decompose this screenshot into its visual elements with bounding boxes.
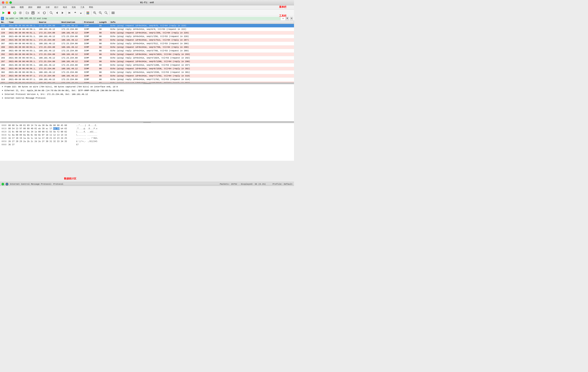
filter-dropdown-button[interactable]: ▼ (285, 17, 289, 20)
filter-clear-button[interactable]: ✕ (282, 17, 284, 20)
table-row[interactable]: 2872021-09-30 06:40:52.173955180.101.49.… (0, 42, 294, 45)
table-row[interactable]: 3142021-09-30 06:40:57.176837172.23.234.… (0, 74, 294, 78)
packet-cell: 319 (0, 78, 8, 81)
col-protocol: Protocol (83, 21, 98, 24)
first-packet-button[interactable] (73, 10, 78, 15)
packet-list[interactable]: No. Time Source Destination Protocol Len… (0, 21, 294, 83)
packet-cell: 172.23.234.80 (60, 28, 83, 31)
go-back-button[interactable] (54, 10, 60, 15)
save-file-button[interactable] (30, 10, 36, 15)
bytes-hex: 36 37 (8, 143, 76, 146)
start-capture-button[interactable] (1, 10, 6, 15)
bytes-offset: 0000 (1, 124, 8, 127)
bytes-row: 006036 37 67 (1, 143, 293, 146)
status-message: Internet Control Message Protocol: Proto… (10, 183, 63, 185)
svg-rect-6 (32, 13, 34, 14)
packet-cell: Echo (ping) request id=0x341e, seq=6/153… (109, 67, 294, 70)
goto-packet-button[interactable] (67, 10, 72, 15)
capture-options-button[interactable] (18, 10, 23, 15)
stop-capture-button[interactable] (6, 10, 12, 15)
packet-cell: 297 (0, 60, 8, 63)
menu-wireless[interactable]: 无线 (71, 5, 76, 9)
table-row[interactable]: 2862021-09-30 06:40:52.160392172.23.234.… (0, 38, 294, 42)
menu-view[interactable]: 视图 (19, 5, 24, 9)
packet-cell: ICMP (83, 78, 98, 81)
table-row[interactable]: 2932021-09-30 06:40:54.184790180.101.49.… (0, 56, 294, 60)
packet-cell: ICMP (83, 74, 98, 77)
menu-capture[interactable]: 捕获 (36, 5, 42, 9)
expand-icon[interactable]: ▶ (1, 89, 4, 92)
table-row[interactable]: 2232021-09-30 06:40:50.169138180.101.49.… (0, 28, 294, 31)
close-file-button[interactable] (36, 10, 41, 15)
table-row[interactable]: 2902021-09-30 06:40:53.179082180.101.49.… (0, 49, 294, 53)
table-row[interactable]: 2922021-09-30 06:40:54.164915172.23.234.… (0, 53, 294, 56)
menu-statistics[interactable]: 统计 (53, 5, 59, 9)
minimize-button[interactable] (6, 1, 8, 4)
zoom-in-button[interactable] (92, 10, 97, 15)
packet-cell: 98 (98, 60, 109, 63)
table-row[interactable]: 3012021-09-30 06:40:56.172740172.23.234.… (0, 67, 294, 71)
detail-row[interactable]: ▶Frame 222: 98 bytes on wire (784 bits),… (0, 85, 294, 89)
menu-file[interactable]: 文件 (1, 5, 7, 9)
table-row[interactable]: 2892021-09-30 06:40:53.164416172.23.234.… (0, 45, 294, 49)
table-row[interactable]: 3022021-09-30 06:40:56.187818180.101.49.… (0, 71, 294, 74)
zoom-reset-button[interactable] (104, 10, 109, 15)
expand-icon[interactable]: ▶ (1, 93, 4, 96)
toolbar-separator-6 (109, 11, 110, 15)
packets-container[interactable]: 2222021-09-30 06:40:50.154798172.23.234.… (0, 24, 294, 83)
svg-point-10 (50, 11, 52, 13)
packet-cell: 98 (98, 56, 109, 60)
maximize-button[interactable] (10, 1, 12, 4)
packet-cell: 98 (98, 78, 109, 81)
filter-input[interactable] (5, 17, 281, 20)
packet-cell: 2021-09-30 06:40:55.167643 (8, 60, 38, 63)
packet-cell: Echo (ping) request id=0x341e, seq=4/102… (109, 53, 294, 56)
go-forward-button[interactable] (60, 10, 65, 15)
menu-telephony[interactable]: 电话 (62, 5, 68, 9)
table-row[interactable]: 2982021-09-30 06:40:55.190076180.101.49.… (0, 63, 294, 67)
window-title: Wi-Fi: en0 (140, 1, 154, 4)
packet-cell: 172.23.234.80 (60, 63, 83, 67)
restart-capture-button[interactable] (12, 10, 17, 15)
packet-cell: 172.23.234.80 (60, 35, 83, 38)
svg-rect-19 (86, 12, 89, 13)
packet-cell: Echo (ping) reply id=0x341e, seq=4/1024,… (109, 56, 294, 60)
packet-cell: 2021-09-30 06:40:58.177191 (8, 81, 38, 83)
titlebar-buttons (2, 1, 12, 4)
bytes-hex: 00 54 13 97 00 00 40 01 eb 38 ac 17 ea 5… (8, 127, 76, 130)
zoom-out-button[interactable] (98, 10, 103, 15)
packet-cell: 2021-09-30 06:40:51.159636 (8, 31, 38, 34)
find-packet-button[interactable] (49, 10, 54, 15)
open-file-button[interactable] (25, 10, 30, 15)
menu-edit[interactable]: 编辑 (10, 5, 16, 9)
colorize-button[interactable] (85, 10, 90, 15)
filter-add-button[interactable]: + (290, 17, 293, 20)
packet-cell: 98 (98, 31, 109, 34)
expand-icon[interactable]: ▶ (1, 97, 4, 99)
reload-file-button[interactable] (42, 10, 47, 15)
table-row[interactable]: 2282021-09-30 06:40:51.159636172.23.234.… (0, 31, 294, 35)
toolbar-separator-4 (84, 11, 84, 15)
svg-rect-31 (112, 12, 113, 14)
packet-cell: 98 (98, 28, 109, 31)
detail-row[interactable]: ▶Internet Protocol Version 4, Src: 172.2… (0, 92, 294, 96)
packet-cell: 98 (98, 38, 109, 42)
expand-icon[interactable]: ▶ (1, 86, 4, 88)
packet-cell: 2021-09-30 06:40:54.164915 (8, 53, 38, 56)
menu-go[interactable]: 跳转 (28, 5, 33, 9)
bytes-row: 001000 54 13 97 00 00 40 01 eb 38 ac 17 … (1, 127, 293, 130)
table-row[interactable]: 3552021-09-30 06:40:58.177191172.23.234.… (0, 81, 294, 83)
resize-columns-button[interactable] (110, 10, 116, 15)
table-row[interactable]: 2292021-09-30 06:40:51.173417180.101.49.… (0, 35, 294, 38)
table-row[interactable]: 2972021-09-30 06:40:55.167643172.23.234.… (0, 60, 294, 63)
detail-row[interactable]: ▶Internet Control Message Protocol (0, 96, 294, 100)
last-packet-button[interactable] (78, 10, 84, 15)
menu-analyze[interactable]: 分析 (45, 5, 51, 9)
close-button[interactable] (2, 1, 4, 4)
table-row[interactable]: 3192021-09-30 06:40:57.197487180.101.49.… (0, 78, 294, 81)
packet-cell: 314 (0, 74, 8, 77)
detail-row[interactable]: ▶Ethernet II, Src: Apple_38:0e:8b (14:7d… (0, 89, 294, 92)
menu-help[interactable]: 帮助 (88, 5, 94, 9)
table-row[interactable]: 2222021-09-30 06:40:50.154798172.23.234.… (0, 24, 294, 28)
menu-tools[interactable]: 工具 (80, 5, 85, 9)
